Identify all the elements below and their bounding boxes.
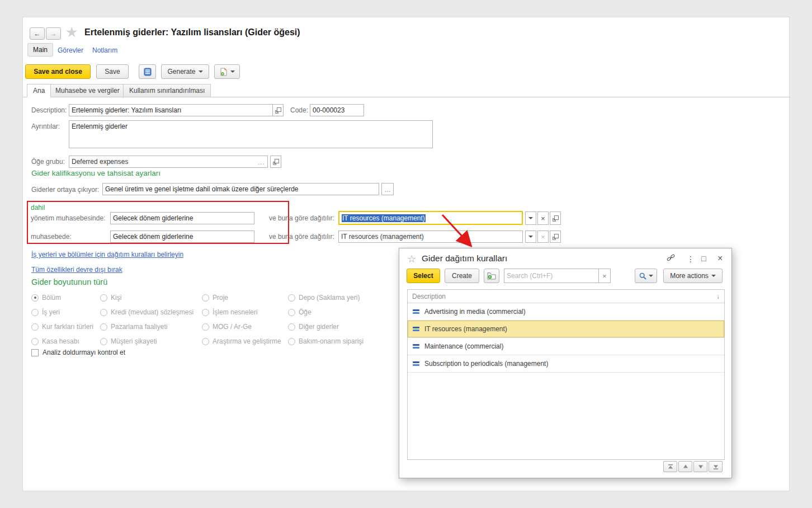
more-actions-label: More actions <box>670 272 709 280</box>
radio-musteri-sikayeti[interactable]: Müşteri şikayeti <box>100 337 202 345</box>
save-and-close-button[interactable]: Save and close <box>25 64 91 79</box>
radio-kasa-hesabi[interactable]: Kasa hesabı <box>31 337 100 345</box>
favorite-star-icon[interactable]: ★ <box>65 24 78 40</box>
tab-notlarim[interactable]: Notlarım <box>92 46 117 54</box>
search-clear-button[interactable]: × <box>598 269 611 283</box>
tab-gorevler[interactable]: Görevler <box>58 46 83 54</box>
radio-icon <box>100 323 107 331</box>
list-item[interactable]: Maintenance (commercial) <box>408 338 724 355</box>
set-distribution-rules-link[interactable]: İş yerleri ve bölümler için dağıtım kura… <box>31 251 183 258</box>
radio-proje[interactable]: Proje <box>202 294 288 302</box>
open-icon <box>273 159 279 165</box>
distribution-rules-window: ☆ Gider dağıtım kuralları ⋮ □ × Select C… <box>399 248 732 478</box>
report-button[interactable] <box>139 64 156 79</box>
go-up-button[interactable] <box>678 461 692 472</box>
radio-icon <box>202 338 209 345</box>
radio-icon <box>288 309 295 316</box>
fin-accounting-label: muhasebede: <box>31 233 72 241</box>
list-header[interactable]: Description ↓ <box>408 290 724 303</box>
get-link-button[interactable] <box>667 254 675 263</box>
radio-islem-nesneleri[interactable]: İşlem nesneleri <box>202 308 288 316</box>
radio-mog-arge[interactable]: MOG / Ar-Ge <box>202 323 288 331</box>
radio-icon <box>100 338 107 345</box>
forward-icon: → <box>50 30 57 37</box>
combo1-open-button[interactable] <box>550 211 561 225</box>
radio-icon <box>288 294 295 302</box>
create-button[interactable]: Create <box>445 269 479 283</box>
back-button[interactable]: ← <box>30 27 45 40</box>
go-down-button[interactable] <box>693 461 707 472</box>
radio-icon <box>202 323 209 331</box>
create-group-button[interactable] <box>484 269 499 283</box>
radio-diger-giderler[interactable]: Diğer giderler <box>288 323 411 331</box>
item-group-field[interactable]: Deferred expenses ... <box>69 156 268 168</box>
kebab-menu-icon[interactable]: ⋮ <box>687 255 695 263</box>
radio-bakim-onarim[interactable]: Bakım-onarım siparişi <box>288 337 411 345</box>
radio-arastirma[interactable]: Araştırma ve geliştirme <box>202 337 288 345</box>
details-label: Ayrıntılar: <box>31 123 60 130</box>
disable-all-features-link[interactable]: Tüm özellikleri devre dışı bırak <box>31 266 122 274</box>
close-icon[interactable]: × <box>717 255 723 262</box>
rules-list: Description ↓ Advertising in media (comm… <box>407 289 725 460</box>
formtab-ana[interactable]: Ana <box>27 84 51 97</box>
go-last-button[interactable] <box>709 461 723 472</box>
maximize-icon[interactable]: □ <box>701 255 706 262</box>
search-options-button[interactable] <box>635 269 657 283</box>
tab-main[interactable]: Main <box>27 43 53 57</box>
radio-depo[interactable]: Depo (Saklama yeri) <box>288 294 411 302</box>
distribution-rule-combo-1[interactable]: IT resources (management) <box>338 211 523 225</box>
sort-descending-icon[interactable]: ↓ <box>716 293 720 300</box>
generate-button[interactable]: Generate <box>161 64 209 79</box>
save-button[interactable]: Save <box>96 64 129 79</box>
combo1-clear-button[interactable]: × <box>537 211 549 225</box>
export-button[interactable] <box>214 64 240 79</box>
radio-icon <box>31 323 39 331</box>
combo2-open-button[interactable] <box>550 231 561 243</box>
incurred-ellipsis-button[interactable]: ... <box>381 183 394 195</box>
radio-icon <box>202 294 209 302</box>
formtab-muhasebe[interactable]: Muhasebe ve vergiler <box>49 84 126 97</box>
check-analysis-checkbox[interactable]: Analiz doldurmayı kontrol et <box>31 349 125 356</box>
list-item[interactable]: Subscription to periodicals (management) <box>408 355 724 373</box>
down-icon <box>698 464 704 469</box>
go-first-button[interactable] <box>663 461 677 472</box>
combo1-dropdown-button[interactable] <box>525 211 536 225</box>
radio-oge[interactable]: Öğe <box>288 308 411 316</box>
create-folder-icon <box>487 272 496 280</box>
combo2-clear-button[interactable]: × <box>537 231 549 243</box>
incurred-input[interactable] <box>102 183 379 195</box>
list-item[interactable]: Advertising in media (commercial) <box>408 303 724 321</box>
radio-kredi[interactable]: Kredi (mevduat) sözleşmesi <box>100 308 202 316</box>
list-item-selected[interactable]: IT resources (management) <box>408 321 724 338</box>
item-group-open-button[interactable] <box>270 156 281 168</box>
mgmt-accounting-input[interactable] <box>110 212 254 224</box>
select-button[interactable]: Select <box>407 269 440 283</box>
description-open-button[interactable] <box>272 104 284 116</box>
search-input[interactable] <box>504 269 599 283</box>
formtab-kullanim[interactable]: Kullanım sınırlandırılması <box>123 84 211 97</box>
favorite-star-outline-icon[interactable]: ☆ <box>407 253 416 265</box>
fin-accounting-input[interactable] <box>110 231 254 243</box>
back-icon: ← <box>34 30 41 37</box>
checkbox-icon <box>31 349 39 356</box>
more-actions-button[interactable]: More actions <box>663 269 723 283</box>
code-input[interactable] <box>310 104 364 116</box>
combo2-dropdown-button[interactable] <box>525 231 536 243</box>
radio-kisi[interactable]: Kişi <box>100 294 202 302</box>
radio-is-yeri[interactable]: İş yeri <box>31 308 100 316</box>
radio-kur-farklari[interactable]: Kur farkları türleri <box>31 323 100 331</box>
forward-button[interactable]: → <box>46 27 61 40</box>
ellipsis-icon[interactable]: ... <box>258 158 265 166</box>
radio-icon <box>202 309 209 316</box>
radio-icon <box>100 309 107 316</box>
radio-pazarlama[interactable]: Pazarlama faaliyeti <box>100 323 202 331</box>
chevron-down-icon <box>230 70 235 73</box>
details-textarea[interactable]: Ertelenmiş giderler <box>69 120 433 148</box>
list-item-icon <box>413 327 419 331</box>
open-icon <box>275 107 281 114</box>
distribution-rule-value-1: IT resources (management) <box>342 214 426 222</box>
radio-icon <box>288 323 295 331</box>
distribution-rule-combo-2[interactable]: IT resources (management) <box>338 231 523 243</box>
description-input[interactable] <box>69 104 273 116</box>
radio-bolum[interactable]: Bölüm <box>31 294 100 302</box>
